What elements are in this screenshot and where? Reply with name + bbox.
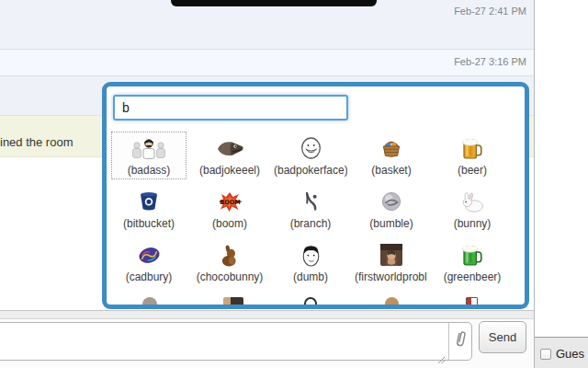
- emoticon-cell[interactable]: (bumble): [354, 185, 429, 233]
- message-composer: Send: [0, 319, 534, 368]
- partial-emoticon-icon[interactable]: [142, 297, 157, 305]
- emoticon-picker-content: (badass)(badjokeeel)(badpokerface)(baske…: [107, 86, 525, 305]
- message-input[interactable]: [1, 323, 446, 360]
- emoticon-cell[interactable]: BOOM(boom): [192, 185, 267, 233]
- badpokerface-icon: [274, 132, 347, 164]
- emoticon-label: (bunny): [435, 217, 509, 230]
- emoticon-label: (branch): [274, 217, 347, 230]
- emoticon-cell[interactable]: (bunny): [435, 185, 510, 233]
- badass-icon: [112, 132, 186, 164]
- emoticon-cell[interactable]: (branch): [273, 185, 348, 233]
- emoticon-label: (firstworldprobl: [355, 270, 428, 283]
- beer-icon: [435, 132, 509, 164]
- dumb-icon: [274, 239, 347, 270]
- basket-icon: [355, 132, 428, 164]
- emoticon-cell[interactable]: (dumb): [273, 238, 348, 286]
- boom-icon: BOOM: [193, 186, 266, 217]
- chocobunny-icon: [193, 239, 266, 270]
- emoticon-cell[interactable]: (basket): [354, 132, 429, 179]
- attach-file-button[interactable]: [449, 323, 472, 360]
- partial-emoticon-icon[interactable]: [466, 297, 478, 305]
- firstworldproblems-icon: [355, 239, 428, 270]
- paperclip-icon: [454, 329, 468, 353]
- sidebar-divider: [534, 0, 535, 368]
- emoticon-label: (beer): [435, 164, 509, 177]
- chat-message-row: Feb-27 3:16 PM: [0, 50, 534, 76]
- emoticon-label: (boom): [193, 217, 266, 230]
- emoticon-label: (greenbeer): [435, 270, 509, 283]
- composer-top-strip: [0, 310, 534, 319]
- guest-access-label: Gues: [556, 347, 588, 361]
- top-black-bar: [171, 0, 377, 6]
- emoticon-label: (badpokerface): [274, 164, 347, 177]
- greenbeer-icon: [435, 239, 509, 270]
- emoticon-label: (cadbury): [112, 270, 186, 283]
- badjokeeel-icon: [193, 132, 266, 164]
- sidebar-footer: Gues: [535, 337, 588, 368]
- partial-emoticon-icon[interactable]: [385, 297, 399, 305]
- partial-emoticon-icon[interactable]: [223, 297, 243, 305]
- emoticon-label: (badass): [112, 164, 186, 177]
- emoticon-cell[interactable]: (firstworldprobl: [354, 238, 429, 286]
- send-button[interactable]: Send: [479, 321, 526, 353]
- guest-access-checkbox[interactable]: [540, 349, 551, 360]
- emoticon-cell[interactable]: (greenbeer): [435, 238, 510, 286]
- emoticon-cell[interactable]: (beer): [435, 132, 510, 179]
- emoticon-cell[interactable]: (badpokerface): [273, 132, 348, 179]
- emoticon-picker-popup: (badass)(badjokeeel)(badpokerface)(baske…: [102, 82, 529, 309]
- partial-emoticon-icon[interactable]: [304, 297, 317, 305]
- emoticon-grid-partial-row: [107, 297, 525, 305]
- bitbucket-icon: [112, 186, 186, 217]
- cadbury-icon: [112, 239, 186, 270]
- app-window: Feb-27 2:41 PM Feb-27 3:16 PM ined the r…: [0, 0, 588, 368]
- message-input-box: [0, 322, 472, 361]
- emoticon-cell[interactable]: (chocobunny): [192, 238, 267, 286]
- emoticon-cell[interactable]: (badjokeeel): [192, 132, 267, 179]
- emoticon-label: (bitbucket): [112, 217, 186, 230]
- resize-handle-icon[interactable]: [437, 351, 446, 368]
- system-message-text: ined the room: [0, 135, 74, 149]
- emoticon-label: (dumb): [274, 270, 347, 283]
- emoticon-cell[interactable]: (badass): [111, 132, 187, 179]
- svg-text:BOOM: BOOM: [220, 199, 240, 206]
- message-timestamp: Feb-27 3:16 PM: [454, 56, 526, 67]
- emoticon-search-input[interactable]: [113, 95, 348, 121]
- emoticon-label: (chocobunny): [193, 270, 266, 283]
- message-timestamp: Feb-27 2:41 PM: [454, 6, 526, 17]
- emoticon-label: (basket): [355, 164, 428, 177]
- branch-icon: [274, 186, 347, 217]
- emoticon-cell[interactable]: (cadbury): [111, 238, 187, 286]
- bumble-icon: [355, 186, 428, 217]
- emoticon-label: (bumble): [355, 217, 428, 230]
- right-sidebar: Gues: [535, 0, 588, 368]
- bunny-icon: [435, 186, 509, 217]
- emoticon-cell[interactable]: (bitbucket): [111, 185, 187, 233]
- emoticon-label: (badjokeeel): [193, 164, 266, 177]
- chat-message-row: Feb-27 2:41 PM: [0, 0, 534, 50]
